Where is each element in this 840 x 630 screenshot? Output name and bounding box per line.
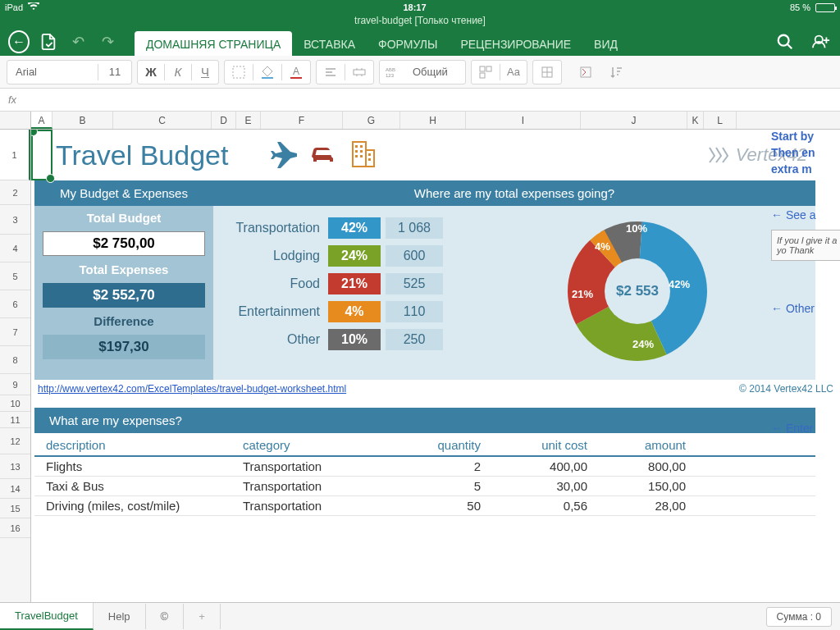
tab-view[interactable]: ВИД: [582, 31, 629, 56]
svg-text:123: 123: [386, 73, 395, 78]
table-row[interactable]: Driving (miles, cost/mile)Transportation…: [34, 496, 815, 516]
cell-grid[interactable]: Travel Budget Vertex42 My Budget & Expen…: [31, 130, 840, 609]
ribbon-tabs: ДОМАШНЯЯ СТРАНИЦА ВСТАВКА ФОРМУЛЫ РЕЦЕНЗ…: [135, 28, 629, 56]
total-budget-label: Total Budget: [34, 206, 213, 230]
row-header[interactable]: 11: [0, 412, 30, 428]
font-name[interactable]: Arial: [7, 61, 98, 84]
table-row[interactable]: Taxi & BusTransportation530,00150,00: [34, 477, 815, 496]
formula-bar[interactable]: fx: [0, 89, 840, 112]
sheet-tab[interactable]: ©: [146, 604, 185, 629]
col-header[interactable]: G: [343, 112, 400, 129]
svg-rect-20: [355, 155, 358, 158]
insert-cells-button[interactable]: [533, 60, 561, 84]
svg-rect-14: [353, 142, 366, 167]
template-link[interactable]: http://www.vertex42.com/ExcelTemplates/t…: [38, 383, 346, 395]
fill-color-button[interactable]: [253, 60, 281, 84]
tab-insert[interactable]: ВСТАВКА: [292, 31, 367, 56]
row-header[interactable]: 8: [0, 346, 30, 374]
col-header[interactable]: I: [466, 112, 581, 129]
table-row[interactable]: FlightsTransportation2400,00800,00: [34, 457, 815, 477]
merge-button[interactable]: [345, 60, 373, 84]
tab-review[interactable]: РЕЦЕНЗИРОВАНИЕ: [449, 31, 582, 56]
col-header[interactable]: C: [113, 112, 212, 129]
row-header[interactable]: 5: [0, 262, 30, 290]
align-button[interactable]: [317, 60, 345, 84]
airplane-icon: [269, 139, 299, 171]
row-header[interactable]: 16: [0, 518, 30, 538]
search-icon[interactable]: [774, 31, 796, 52]
row-header[interactable]: 13: [0, 454, 30, 479]
select-all-corner[interactable]: [0, 112, 31, 129]
category-row: Transportation42%1 068: [221, 217, 468, 239]
fx-label: fx: [8, 94, 16, 106]
redo-button[interactable]: ↷: [97, 31, 118, 52]
border-button[interactable]: [225, 60, 253, 84]
total-exp-value: $2 552,70: [43, 283, 205, 308]
row-header[interactable]: 14: [0, 479, 30, 499]
row-header[interactable]: 9: [0, 374, 30, 395]
row-header[interactable]: 7: [0, 318, 30, 346]
col-header[interactable]: E: [236, 112, 261, 129]
diff-value: $197,30: [43, 335, 205, 359]
cell-styles-button[interactable]: [472, 60, 500, 84]
window-title: travel-budget [Только чтение]: [0, 15, 840, 28]
expense-breakdown-panel: Where are my total expenses going? Trans…: [213, 180, 815, 380]
col-header[interactable]: H: [400, 112, 466, 129]
col-header[interactable]: K: [687, 112, 704, 129]
col-category: category: [243, 438, 407, 452]
tab-home[interactable]: ДОМАШНЯЯ СТРАНИЦА: [135, 31, 292, 56]
total-exp-label: Total Expenses: [34, 258, 213, 281]
row-header[interactable]: 6: [0, 290, 30, 318]
col-header[interactable]: J: [581, 112, 687, 129]
font-size[interactable]: 11: [98, 61, 131, 84]
back-button[interactable]: ←: [8, 31, 30, 52]
sort-filter-button[interactable]: [603, 60, 631, 84]
svg-rect-3: [262, 77, 273, 79]
bold-button[interactable]: Ж: [138, 60, 164, 84]
svg-rect-18: [355, 150, 358, 153]
tab-formulas[interactable]: ФОРМУЛЫ: [367, 31, 449, 56]
col-description: description: [46, 438, 243, 452]
row-header[interactable]: 10: [0, 395, 30, 412]
col-header[interactable]: B: [52, 112, 113, 129]
row-header[interactable]: 15: [0, 499, 30, 518]
undo-button[interactable]: ↶: [67, 31, 89, 52]
row-header[interactable]: 3: [0, 205, 30, 235]
wifi-icon: [28, 2, 39, 12]
italic-button[interactable]: К: [165, 60, 191, 84]
device-label: iPad: [5, 2, 23, 12]
donut-chart: $2 553 42% 24% 21% 4% 10%: [564, 217, 711, 365]
autosum-button[interactable]: [572, 60, 600, 84]
numfmt-icon[interactable]: АБВ123: [380, 60, 404, 84]
share-icon[interactable]: [810, 31, 832, 52]
underline-button[interactable]: Ч: [192, 60, 218, 84]
sheet-tab[interactable]: Help: [94, 604, 146, 629]
add-sheet-button[interactable]: +: [184, 604, 221, 629]
sheet-tab[interactable]: TravelBudget: [0, 603, 94, 630]
col-header[interactable]: D: [212, 112, 236, 129]
font-color-button[interactable]: А: [282, 60, 310, 84]
format-toolbar: Arial 11 Ж К Ч А АБВ123 Общий Аа: [0, 56, 840, 89]
row-header[interactable]: 12: [0, 428, 30, 454]
file-icon[interactable]: [38, 31, 59, 52]
col-header[interactable]: A: [31, 112, 52, 129]
diff-label: Difference: [34, 309, 213, 333]
row-header[interactable]: 2: [0, 180, 30, 205]
category-row: Food21%525: [221, 273, 468, 294]
col-header[interactable]: F: [261, 112, 343, 129]
text-styles-button[interactable]: Аа: [500, 60, 527, 84]
ribbon-header: ← ↶ ↷ ДОМАШНЯЯ СТРАНИЦА ВСТАВКА ФОРМУЛЫ …: [0, 28, 840, 56]
side-hints: Start by Then en extra m ← See a If you …: [771, 130, 840, 435]
svg-rect-6: [354, 70, 365, 75]
row-header[interactable]: 4: [0, 235, 30, 262]
category-row: Entertainment4%110: [221, 301, 468, 322]
row-header[interactable]: 1: [0, 130, 30, 180]
battery-icon: [815, 3, 835, 12]
total-budget-value[interactable]: $2 750,00: [43, 231, 205, 256]
svg-rect-11: [480, 73, 485, 78]
col-quantity: quantity: [407, 438, 481, 452]
svg-rect-9: [480, 66, 485, 71]
number-format[interactable]: Общий: [404, 61, 465, 84]
col-header[interactable]: L: [704, 112, 737, 129]
budget-panel: My Budget & Expenses Total Budget $2 750…: [34, 180, 213, 380]
